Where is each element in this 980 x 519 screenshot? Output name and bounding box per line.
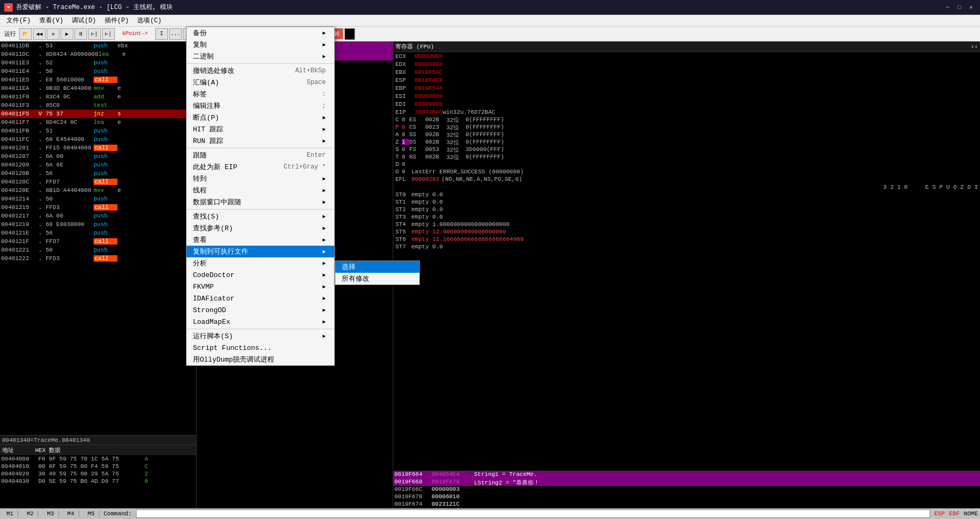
asm-line[interactable]: 004011E3. 52push xyxy=(0,58,196,67)
tab-m2[interactable]: M2 xyxy=(22,510,38,517)
fpu-st7[interactable]: ST7empty 0.0 xyxy=(393,243,980,250)
close-button[interactable]: ✕ xyxy=(966,3,976,12)
sub-all-mods[interactable]: 所有修改 xyxy=(335,273,419,284)
ctx-copy-exec[interactable]: 复制到可执行文件▶ xyxy=(187,246,334,257)
register-eip[interactable]: EIP76D72BAC win32u.76D72BAC xyxy=(393,108,980,116)
asm-line[interactable]: 0040120C. FFD7call xyxy=(0,178,196,186)
ctx-goto[interactable]: 转到▶ xyxy=(187,173,334,185)
fpu-st4[interactable]: ST4empty 1.00000000000000000000 xyxy=(393,221,980,228)
data-row[interactable]: 00404020 30 40 59 75 90 29 5A 75 2 xyxy=(0,470,196,478)
ctx-run-script[interactable]: 运行脚本(S)▶ xyxy=(187,330,334,342)
register-esi[interactable]: ESI00000000 xyxy=(393,92,980,100)
tab-m5[interactable]: M5 xyxy=(83,510,99,517)
tb-dark[interactable] xyxy=(344,28,355,40)
submenu[interactable]: 选择 所有修改 xyxy=(335,261,420,285)
asm-line[interactable]: 00401209. 6A 6Epush xyxy=(0,161,196,169)
register-edi[interactable]: EDI00000000 xyxy=(393,100,980,108)
ctx-loadmapex[interactable]: LoadMapEx▶ xyxy=(187,316,334,328)
ctx-binary[interactable]: 二进制▶ xyxy=(187,51,334,62)
asm-line[interactable]: 00401219. 68 E8030000push xyxy=(0,220,196,229)
asm-line[interactable]: 004011DC. 8D8424 A0000000lea e xyxy=(0,50,196,58)
ctx-new-eip[interactable]: 此处为新 EIPCtrl+Gray * xyxy=(187,161,334,173)
efl-line[interactable]: EFL 00000202 (NO,NB,NE,A,NS,PO,GE,G) xyxy=(393,175,980,183)
register-ebp[interactable]: EBP0019F548 xyxy=(393,84,980,92)
ctx-strongod[interactable]: StrongOD▶ xyxy=(187,304,334,316)
ctx-search-ref[interactable]: 查找参考(R)▶ xyxy=(187,222,334,234)
menu-plugins[interactable]: 插件(P) xyxy=(100,15,133,26)
register-esp[interactable]: ESP0019F4F8 xyxy=(393,76,980,84)
asm-line[interactable]: 00401215. FFD3call xyxy=(0,203,196,212)
seg-c[interactable]: C 0 ES 002B 32位 0(FFFFFFFF) xyxy=(393,116,980,123)
asm-line[interactable]: 0040120B. 56push xyxy=(0,169,196,178)
fpu-st0[interactable]: ST0empty 0.0 xyxy=(393,191,980,198)
stack-row[interactable]: 0019F674 0023121C xyxy=(393,501,980,508)
ctx-breakpoint[interactable]: 断点(P)▶ xyxy=(187,112,334,123)
ctx-hit-trace[interactable]: HIT 跟踪▶ xyxy=(187,123,334,135)
ctx-ollydump[interactable]: 用OllyDump脱壳调试进程 xyxy=(187,354,334,365)
ctx-label[interactable]: 标签: xyxy=(187,88,334,100)
data-row[interactable]: 00404030 D0 5E 59 75 B0 AD D0 77 6 xyxy=(0,478,196,485)
ctx-undo[interactable]: 撤销选处修改Alt+BkSp xyxy=(187,65,334,77)
tb-back[interactable]: ◀◀ xyxy=(33,28,46,40)
asm-line[interactable]: 0040120E. 8B1D A4404000mov e xyxy=(0,186,196,195)
seg-d[interactable]: D 0 xyxy=(393,161,980,168)
tb-pause[interactable]: ⏸ xyxy=(74,28,87,40)
ctx-search[interactable]: 查找(S)▶ xyxy=(187,211,334,222)
ctx-analyze[interactable]: 分析▶ xyxy=(187,257,334,269)
fpu-st3[interactable]: ST3empty 0.0 xyxy=(393,213,980,221)
asm-line[interactable]: 0040121F. FFD7call xyxy=(0,237,196,246)
asm-line[interactable]: 004011F7. 8D4C24 0Clea e xyxy=(0,118,196,127)
menu-file[interactable]: 文件(F) xyxy=(2,15,35,26)
menu-options[interactable]: 选项(C) xyxy=(133,15,166,26)
data-row[interactable]: 00404000 F0 9F 59 75 70 1C 5A 75 A xyxy=(0,455,196,463)
tb-run[interactable]: ▶ xyxy=(61,28,73,40)
command-input[interactable] xyxy=(136,509,930,518)
tb-step2[interactable]: ⊢| xyxy=(102,28,115,40)
seg-s[interactable]: S 0 FS 0053 32位 3D6000(FFF) xyxy=(393,146,980,153)
ctx-data-follow[interactable]: 数据窗口中跟随▶ xyxy=(187,196,334,208)
asm-line[interactable]: 00401217. 6A 00push xyxy=(0,212,196,220)
tb-step1[interactable]: ⊢| xyxy=(88,28,101,40)
asm-line[interactable]: 004011F0. 83C4 0Cadd e xyxy=(0,93,196,101)
ctx-follow[interactable]: 跟随Enter xyxy=(187,149,334,161)
tab-m4[interactable]: M4 xyxy=(63,510,79,517)
fpu-st6[interactable]: ST6empty 11.16666666666666666664960 xyxy=(393,236,980,243)
context-menu[interactable]: 备份▶ 复制▶ 二进制▶ 撤销选处修改Alt+BkSp 汇编(A)Space 标… xyxy=(186,27,335,366)
data-row[interactable]: 00404010 00 8F 59 75 00 F4 59 75 C xyxy=(0,463,196,470)
tb-icon1[interactable]: I xyxy=(155,28,168,40)
ctx-script-functions[interactable]: Script Functions... xyxy=(187,342,334,354)
ctx-codedoctor[interactable]: CodeDoctor▶ xyxy=(187,269,334,281)
asm-line[interactable]: 00401207. 6A 00push xyxy=(0,152,196,161)
register-ebx[interactable]: EBX0019F5AC xyxy=(393,68,980,76)
stack-row[interactable]: 0019F670 80006010 xyxy=(393,493,980,501)
asm-line[interactable]: 00401201. FF15 60404000call xyxy=(0,144,196,152)
tab-m3[interactable]: M3 xyxy=(43,510,58,517)
fpu-st5[interactable]: ST5empty 12.000000000000000000 xyxy=(393,228,980,236)
sub-select[interactable]: 选择 xyxy=(335,261,419,273)
stack-row[interactable]: 0019F664 004054E4 String1 = TraceMe. xyxy=(393,471,980,479)
asm-line[interactable]: 004011E5. E8 56010000call xyxy=(0,76,196,84)
ctx-thread[interactable]: 线程▶ xyxy=(187,185,334,196)
asm-line[interactable]: 0040121E. 56push xyxy=(0,229,196,237)
tb-open[interactable]: 📂 xyxy=(19,28,32,40)
stack-row[interactable]: 0019F66C 00000003 xyxy=(393,486,980,493)
seg-a[interactable]: A 0 SS 002B 32位 0(FFFFFFFF) xyxy=(393,131,980,138)
asm-line[interactable]: 004011EA. 8B3D BC404000mov e xyxy=(0,84,196,93)
tb-icon2[interactable]: ... xyxy=(169,28,182,40)
fpu-st1[interactable]: ST1empty 0.0 xyxy=(393,198,980,206)
register-ecx[interactable]: ECX00000000 xyxy=(393,52,980,60)
asm-line[interactable]: 00401221. 50push xyxy=(0,246,196,254)
seg-z[interactable]: Z 1 DS 002B 32位 0(FFFFFFFF) xyxy=(393,138,980,146)
seg-t[interactable]: T 0 GS 002B 32位 0(FFFFFFFF) xyxy=(393,153,980,161)
ctx-edit-comment[interactable]: 编辑注释; xyxy=(187,100,334,112)
ctx-assemble[interactable]: 汇编(A)Space xyxy=(187,77,334,88)
ctx-copy[interactable]: 复制▶ xyxy=(187,39,334,51)
asm-line[interactable]: 004011DB. 53push ebx xyxy=(0,41,196,50)
maximize-button[interactable]: □ xyxy=(954,3,964,12)
seg-p[interactable]: P 0 CS 0023 32位 0(FFFFFFFF) xyxy=(393,123,980,131)
tab-m1[interactable]: M1 xyxy=(2,510,18,517)
asm-line[interactable]: 004011F3. 85C0test xyxy=(0,101,196,110)
minimize-button[interactable]: ─ xyxy=(943,3,952,12)
stack-row[interactable]: 0019F668 0019F678 LString2 = "恭喜你！ xyxy=(393,479,980,486)
asm-line[interactable]: 00401214. 50push xyxy=(0,195,196,203)
